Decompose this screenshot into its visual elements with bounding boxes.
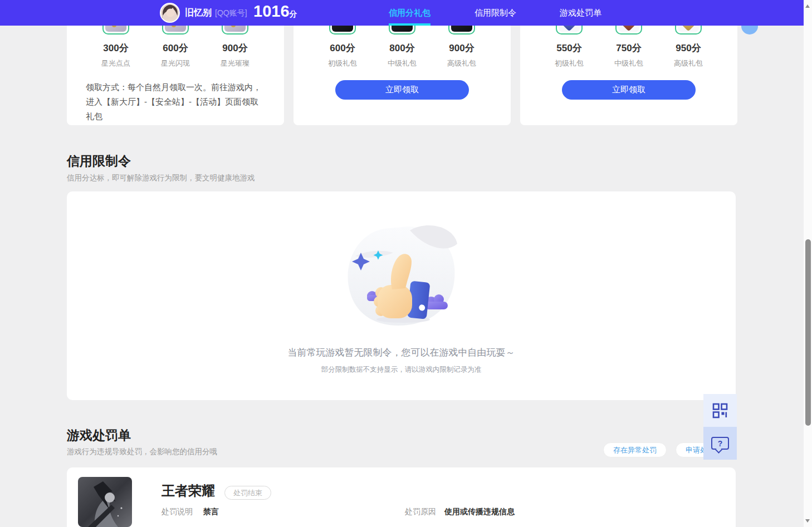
game-thumbnail [78,477,132,527]
gift-score: 300分 [103,42,128,55]
tab-game-punishment[interactable]: 游戏处罚单 [560,0,601,26]
empty-state-message: 当前常玩游戏暂无限制令，您可以在游戏中自由玩耍～ [67,346,736,359]
qr-code-button[interactable] [703,394,737,427]
punishment-section-subtitle: 游戏行为违规导致处罚，会影响您的信用分哦 [67,447,217,457]
gift-score: 950分 [676,42,701,55]
gift-score: 900分 [449,42,474,55]
claim-now-button[interactable]: 立即领取 [335,80,469,100]
gift-name: 高级礼包 [674,58,703,68]
triangle-up-icon[interactable] [805,4,810,8]
thumbs-up-illustration [343,223,460,334]
triangle-down-icon[interactable] [805,519,810,523]
credit-score-unit: 分 [290,9,297,18]
user-name: 旧忆别 [185,8,212,17]
punishment-desc-label: 处罚说明 [162,507,193,517]
punishment-desc-value: 禁言 [203,507,219,517]
user-name-block: 旧忆别[QQ账号] [185,7,247,19]
gift-name: 初级礼包 [328,58,357,68]
scrollbar-thumb[interactable] [805,239,811,426]
gift-score: 750分 [616,42,641,55]
account-type: [QQ账号] [215,8,247,17]
gift-name: 中级礼包 [388,58,417,68]
game-title: 王者荣耀 [162,482,215,500]
gift-name: 星光闪现 [161,58,190,68]
help-button[interactable]: ? [703,427,737,460]
gift-name: 初级礼包 [555,58,584,68]
restriction-empty-panel: 当前常玩游戏暂无限制令，您可以在游戏中自由玩耍～ 部分限制数据不支持显示，请以游… [67,191,736,400]
page-content: 300分 星光点点 600分 星光闪现 900分 星光璀璨 领取方式：每个自然月… [0,0,804,527]
gift-name: 中级礼包 [614,58,643,68]
gift-name: 星光璀璨 [221,58,250,68]
tab-credit-restriction[interactable]: 信用限制令 [475,0,516,26]
credit-score: 1016分 [253,2,297,21]
tab-credit-gift[interactable]: 信用分礼包 [389,0,431,26]
user-avatar [160,3,180,23]
punishment-reason-value: 使用或传播违规信息 [444,507,515,517]
gift-score: 600分 [330,42,355,55]
active-tab-underline [389,23,431,26]
gift-name: 高级礼包 [447,58,476,68]
gift-score: 600分 [163,42,188,55]
top-header: 旧忆别[QQ账号] 1016分 信用分礼包 信用限制令 游戏处罚单 [0,0,804,26]
gift-score: 550分 [556,42,581,55]
claim-instructions: 领取方式：每个自然月领取一次。前往游戏内，进入【新大厅】-【安全站】-【活动】页… [86,80,265,124]
restriction-section-title: 信用限制令 [67,152,131,170]
punishment-record-card: 王者荣耀 处罚结束 处罚说明 禁言 处罚原因 使用或传播违规信息 [67,467,736,527]
gift-name: 星光点点 [101,58,130,68]
punishment-status-badge: 处罚结束 [224,486,271,500]
gift-score: 800分 [389,42,414,55]
punishment-reason-label: 处罚原因 [405,507,436,517]
claim-now-button[interactable]: 立即领取 [562,80,696,100]
vertical-scrollbar[interactable] [804,0,812,527]
gift-score: 900分 [222,42,247,55]
help-icon: ? [711,437,729,450]
abnormal-punishment-button[interactable]: 存在异常处罚 [603,442,667,457]
punishment-section-title: 游戏处罚单 [67,427,131,444]
empty-state-note: 部分限制数据不支持显示，请以游戏内限制记录为准 [67,365,736,375]
floating-tool-panel: ? [703,394,737,460]
qr-code-icon [712,403,728,418]
restriction-section-subtitle: 信用分达标，即可解除游戏行为限制，要文明健康地游戏 [67,173,255,183]
credit-score-number: 1016 [253,2,290,20]
